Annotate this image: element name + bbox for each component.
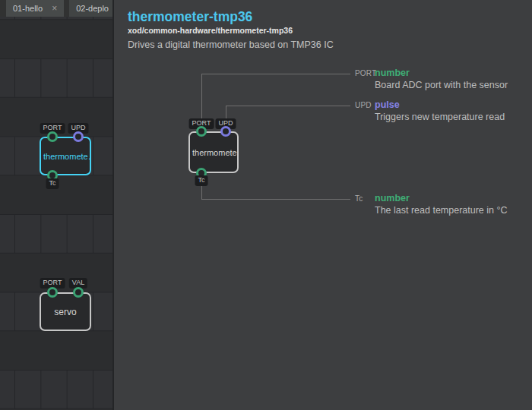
pin-doc-tc: Tc number bbox=[355, 193, 410, 203]
link-line-tc bbox=[201, 199, 350, 200]
link-line-upd bbox=[226, 106, 350, 106]
pin-doc-upd: UPD pulse bbox=[355, 99, 400, 110]
pin-doc-type: number bbox=[375, 193, 410, 203]
pin-doc-type: number bbox=[375, 68, 410, 78]
pin-doc-type: pulse bbox=[375, 99, 400, 110]
patch-editor-canvas[interactable]: PORT UPD thermomete… Tc PORT VAL servo 0… bbox=[0, 0, 112, 410]
pin-doc-name: PORT bbox=[355, 69, 375, 77]
pin-port[interactable] bbox=[47, 287, 58, 298]
pin-upd[interactable] bbox=[73, 131, 84, 142]
pin-doc-description: Triggers new temperature read bbox=[375, 112, 505, 122]
tab-label: 02-deplo bbox=[76, 4, 109, 13]
helpbox-node-preview: thermomete… bbox=[188, 131, 239, 173]
tab-label: 01-hello bbox=[13, 4, 43, 13]
node-label: servo bbox=[52, 307, 78, 317]
link-line-port bbox=[201, 74, 202, 119]
helpbox-panel: thermometer-tmp36 xod/common-hardware/th… bbox=[112, 0, 532, 410]
tab-bar: 01-hello × 02-deplo bbox=[0, 0, 112, 17]
node-servo[interactable]: servo bbox=[40, 292, 91, 331]
xod-ide-window: PORT UPD thermomete… Tc PORT VAL servo 0… bbox=[0, 0, 532, 410]
node-label: thermomete… bbox=[41, 152, 90, 161]
node-thermometer-tmp36[interactable]: thermomete… bbox=[40, 137, 91, 175]
pin-doc-name: Tc bbox=[355, 194, 375, 203]
close-icon[interactable]: × bbox=[52, 4, 57, 13]
pin-doc-port: PORT number bbox=[355, 68, 410, 78]
pin-val[interactable] bbox=[73, 287, 84, 298]
helpbox-patch-path: xod/common-hardware/thermometer-tmp36 bbox=[128, 26, 293, 35]
node-label: thermomete… bbox=[190, 148, 237, 157]
link-line-port bbox=[201, 74, 350, 74]
link-line-upd bbox=[226, 106, 226, 119]
pin-doc-name: UPD bbox=[355, 101, 375, 109]
pin-doc-description: The last read temperature in °C bbox=[375, 205, 508, 216]
pin-port[interactable] bbox=[47, 131, 58, 142]
patch-grid bbox=[0, 0, 112, 410]
pin-doc-description: Board ADC port with the sensor bbox=[375, 80, 508, 90]
pin-label-tc: Tc bbox=[46, 178, 59, 189]
pin-label-tc: Tc bbox=[195, 175, 208, 186]
pin-upd bbox=[220, 126, 231, 137]
link-line-tc bbox=[201, 186, 202, 199]
tab-02-deploy[interactable]: 02-deplo bbox=[69, 0, 112, 17]
tab-01-hello[interactable]: 01-hello × bbox=[6, 0, 64, 17]
pin-port bbox=[196, 126, 207, 137]
helpbox-description: Drives a digital thermometer based on TM… bbox=[128, 39, 334, 50]
helpbox-title: thermometer-tmp36 bbox=[128, 9, 252, 25]
